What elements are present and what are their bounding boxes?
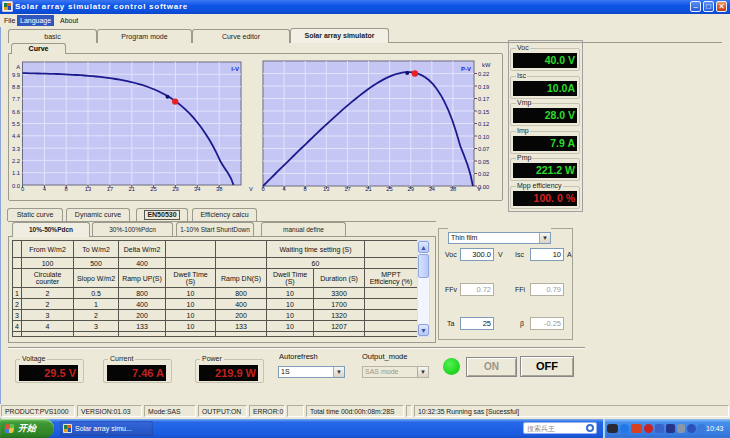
svg-text:17: 17 [344, 186, 350, 192]
svg-text:34: 34 [429, 186, 436, 192]
svg-text:34: 34 [194, 186, 201, 192]
svg-text:0.12: 0.12 [478, 121, 489, 127]
svg-text:21: 21 [365, 186, 371, 192]
svg-text:17: 17 [107, 186, 113, 192]
svg-text:P-V: P-V [461, 66, 471, 72]
svg-text:kW: kW [482, 62, 491, 68]
svg-text:0.00: 0.00 [478, 184, 489, 190]
svg-text:6.6: 6.6 [12, 109, 20, 115]
svg-text:0: 0 [261, 186, 264, 192]
svg-text:29: 29 [172, 186, 178, 192]
svg-text:0.05: 0.05 [478, 159, 489, 165]
svg-text:8.8: 8.8 [12, 84, 20, 90]
svg-text:8: 8 [304, 186, 307, 192]
svg-text:38: 38 [450, 186, 456, 192]
svg-text:13: 13 [323, 186, 329, 192]
svg-text:5.5: 5.5 [12, 121, 20, 127]
svg-text:1.1: 1.1 [12, 170, 20, 176]
svg-text:4: 4 [282, 186, 286, 192]
svg-text:0: 0 [21, 186, 24, 192]
svg-text:A: A [16, 64, 20, 70]
svg-text:13: 13 [85, 186, 91, 192]
svg-text:0.22: 0.22 [478, 71, 489, 77]
svg-text:3.3: 3.3 [12, 146, 20, 152]
svg-text:4: 4 [43, 186, 47, 192]
svg-text:0.07: 0.07 [478, 146, 489, 152]
svg-text:0.15: 0.15 [478, 109, 489, 115]
svg-text:29: 29 [407, 186, 413, 192]
svg-text:25: 25 [386, 186, 392, 192]
svg-text:0.0: 0.0 [12, 183, 20, 189]
svg-text:9.9: 9.9 [12, 72, 20, 78]
svg-text:V: V [249, 186, 253, 192]
svg-text:21: 21 [129, 186, 135, 192]
svg-text:7.7: 7.7 [12, 96, 20, 102]
svg-text:I-V: I-V [231, 66, 239, 72]
svg-text:2.2: 2.2 [12, 158, 20, 164]
svg-text:38: 38 [216, 186, 222, 192]
svg-text:0.10: 0.10 [478, 134, 489, 140]
svg-text:0.02: 0.02 [478, 171, 489, 177]
svg-text:25: 25 [150, 186, 156, 192]
svg-text:4.4: 4.4 [12, 133, 21, 139]
svg-text:0.19: 0.19 [478, 84, 489, 90]
svg-text:0.17: 0.17 [478, 96, 489, 102]
svg-text:8: 8 [65, 186, 68, 192]
